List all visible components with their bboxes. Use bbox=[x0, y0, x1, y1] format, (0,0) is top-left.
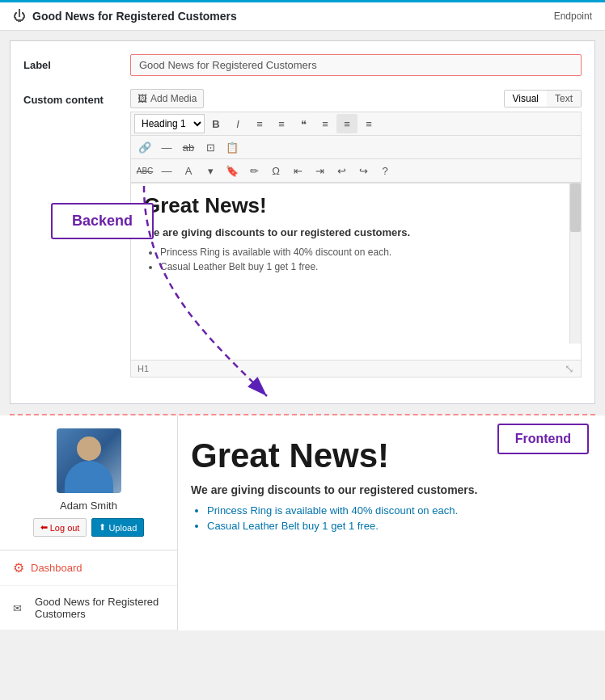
label-field-label: Label bbox=[23, 54, 121, 71]
dashboard-label: Dashboard bbox=[31, 562, 82, 574]
add-media-label: Add Media bbox=[150, 93, 197, 104]
editor-footer: H1 ⤡ bbox=[130, 361, 582, 377]
label-input[interactable]: Good News for Registered Customers bbox=[130, 54, 582, 76]
strikethrough-button[interactable]: ab bbox=[178, 137, 199, 157]
page-container: ⏻ Good News for Registered Customers End… bbox=[0, 0, 605, 700]
power-icon: ⏻ bbox=[13, 9, 26, 23]
editor-paragraph: We are giving discounts to our registere… bbox=[144, 226, 552, 238]
page-label: Good News for Registered Customers bbox=[35, 596, 164, 620]
label-field-row: Label Good News for Registered Customers bbox=[23, 54, 582, 76]
nav-item-dashboard[interactable]: ⚙ Dashboard bbox=[0, 550, 177, 586]
custom-content-label: Custom content bbox=[23, 89, 121, 106]
italic-button[interactable]: I bbox=[227, 114, 248, 133]
font-color-button[interactable]: A bbox=[178, 161, 199, 180]
editor-scrollbar[interactable] bbox=[569, 183, 581, 344]
undo-button[interactable]: ↩ bbox=[331, 161, 352, 180]
list-item: Princess Ring is available with 40% disc… bbox=[160, 247, 552, 258]
editor-status: H1 bbox=[138, 364, 149, 373]
nav-item-page[interactable]: ✉ Good News for Registered Customers bbox=[0, 586, 177, 630]
align-left-button[interactable]: ≡ bbox=[315, 114, 336, 133]
top-bar-title: Good News for Registered Customers bbox=[32, 10, 237, 23]
ul-button[interactable]: ≡ bbox=[249, 114, 270, 133]
scrollbar-thumb[interactable] bbox=[570, 183, 581, 232]
add-media-button[interactable]: 🖼 Add Media bbox=[130, 89, 204, 108]
editor-list: Princess Ring is available with 40% disc… bbox=[160, 247, 552, 272]
sidebar: Adam Smith ⬅ Log out ⬆ Upload ⚙ Dashboar… bbox=[0, 415, 178, 630]
editor-heading: Great News! bbox=[144, 193, 552, 218]
add-media-icon: 🖼 bbox=[138, 93, 147, 104]
backend-panel: Label Good News for Registered Customers… bbox=[10, 40, 595, 404]
heading-select[interactable]: Heading 1 Heading 2 Paragraph bbox=[134, 114, 205, 133]
avatar bbox=[57, 428, 121, 493]
logout-button[interactable]: ⬅ Log out bbox=[33, 518, 87, 537]
redo-button[interactable]: ↪ bbox=[353, 161, 374, 180]
bold-button[interactable]: B bbox=[205, 114, 226, 133]
editor-top-controls: 🖼 Add Media Visual Text bbox=[130, 89, 582, 108]
editor-content-area[interactable]: Great News! We are giving discounts to o… bbox=[130, 183, 582, 361]
top-bar: ⏻ Good News for Registered Customers End… bbox=[0, 0, 605, 31]
editor-content-inner: Great News! We are giving discounts to o… bbox=[144, 193, 568, 272]
frontend-paragraph: We are giving discounts to our registere… bbox=[191, 483, 592, 496]
table-button[interactable]: ⊡ bbox=[200, 137, 221, 157]
top-bar-left: ⏻ Good News for Registered Customers bbox=[13, 9, 237, 23]
list-item: Casual Leather Belt buy 1 get 1 free. bbox=[160, 261, 552, 272]
logout-icon: ⬅ bbox=[40, 522, 48, 533]
tab-visual[interactable]: Visual bbox=[505, 91, 547, 107]
editor-toolbar: Heading 1 Heading 2 Paragraph B I ≡ ≡ ❝ … bbox=[130, 112, 582, 183]
font-color-dropdown[interactable]: ▾ bbox=[200, 161, 221, 180]
resize-handle[interactable]: ⤡ bbox=[565, 362, 574, 375]
endpoint-label: Endpoint bbox=[554, 11, 592, 22]
toolbar-row-1: Heading 1 Heading 2 Paragraph B I ≡ ≡ ❝ … bbox=[131, 112, 581, 136]
frontend-section: Adam Smith ⬅ Log out ⬆ Upload ⚙ Dashboar… bbox=[0, 415, 605, 630]
frontend-content: Frontend Great News! We are giving disco… bbox=[178, 415, 605, 630]
omega-button[interactable]: Ω bbox=[265, 161, 286, 180]
backend-label-box: Backend bbox=[51, 203, 154, 239]
avatar-buttons: ⬅ Log out ⬆ Upload bbox=[33, 518, 145, 537]
logout-label: Log out bbox=[50, 523, 80, 533]
frontend-list: Princess Ring is available with 40% disc… bbox=[207, 504, 592, 532]
page-icon: ✉ bbox=[13, 602, 22, 614]
frontend-list-item: Princess Ring is available with 40% disc… bbox=[207, 504, 592, 517]
toolbar-row-2: 🔗 — ab ⊡ 📋 bbox=[131, 136, 581, 159]
paste-button[interactable]: 📋 bbox=[222, 137, 243, 157]
link-button[interactable]: 🔗 bbox=[134, 137, 155, 157]
dashboard-icon: ⚙ bbox=[13, 560, 24, 576]
align-center-button[interactable]: ≡ bbox=[336, 114, 358, 133]
dash-button[interactable]: — bbox=[156, 161, 177, 180]
user-name: Adam Smith bbox=[60, 500, 117, 512]
frontend-label-box: Frontend bbox=[497, 424, 589, 454]
upload-button[interactable]: ⬆ Upload bbox=[91, 518, 144, 537]
tab-text[interactable]: Text bbox=[547, 91, 581, 107]
indent-in-button[interactable]: ⇥ bbox=[309, 161, 330, 180]
indent-out-button[interactable]: ⇤ bbox=[287, 161, 308, 180]
visual-text-tabs: Visual Text bbox=[504, 90, 582, 108]
ol-button[interactable]: ≡ bbox=[271, 114, 292, 133]
editor-wrapper: 🖼 Add Media Visual Text Heading 1 bbox=[130, 89, 582, 377]
toolbar-row-3: ABC — A ▾ 🔖 ✏ Ω ⇤ ⇥ ↩ ↪ ? bbox=[131, 159, 581, 183]
edit-button[interactable]: ✏ bbox=[243, 161, 264, 180]
upload-label: Upload bbox=[108, 523, 137, 533]
hr-button[interactable]: — bbox=[156, 137, 177, 157]
frontend-list-item: Casual Leather Belt buy 1 get 1 free. bbox=[207, 520, 592, 532]
avatar-section: Adam Smith ⬅ Log out ⬆ Upload bbox=[0, 415, 177, 550]
abc-button[interactable]: ABC bbox=[134, 161, 155, 180]
help-button[interactable]: ? bbox=[374, 161, 396, 180]
align-right-button[interactable]: ≡ bbox=[358, 114, 379, 133]
quote-button[interactable]: ❝ bbox=[293, 114, 314, 133]
backend-section: Label Good News for Registered Customers… bbox=[0, 40, 605, 404]
custom-char-button[interactable]: 🔖 bbox=[222, 161, 243, 180]
upload-icon: ⬆ bbox=[99, 522, 106, 533]
